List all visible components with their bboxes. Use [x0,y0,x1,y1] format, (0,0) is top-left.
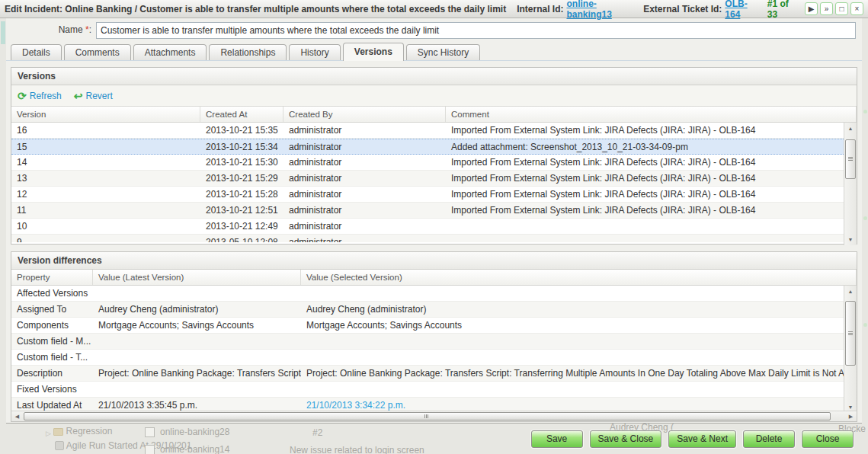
tab-bar: Details Comments Attachments Relationshi… [6,43,862,61]
folder-icon [53,428,63,436]
background-value: #2 [312,427,322,438]
checkbox-icon [145,445,155,454]
revert-button[interactable]: ↩Revert [74,91,113,101]
refresh-icon: ⟳ [18,91,27,101]
external-id-label: External Ticket Id: [643,4,722,14]
name-row: Name *: [6,18,862,43]
version-row[interactable]: 142013-10-21 15:30administratorImported … [11,155,844,171]
save-and-close-button[interactable]: Save & Close [590,430,662,448]
name-input[interactable] [96,22,856,39]
diff-row[interactable]: Assigned ToAudrey Cheng (administrator)A… [11,302,844,318]
external-id-link[interactable]: OLB-164 [725,0,757,20]
diff-row[interactable]: Fixed Versions [11,382,844,398]
close-window-button[interactable]: × [850,2,863,15]
version-row[interactable]: 102013-10-21 12:49administrator [11,219,844,235]
scroll-up-icon[interactable]: ▲ [844,123,857,134]
dialog-titlebar: Edit Incident: Online Banking / Customer… [0,0,868,18]
column-header-selected-value[interactable]: Value (Selected Version) [301,270,857,285]
differences-horizontal-scrollbar[interactable]: ◀ ▶ [11,411,857,421]
dialog-title: Edit Incident: Online Banking / Customer… [5,4,506,14]
version-row[interactable]: 132013-10-21 15:29administratorImported … [11,171,844,187]
dialog-body: Name *: Details Comments Attachments Rel… [6,18,862,424]
right-edge-strip [862,18,868,424]
version-row[interactable]: 162013-10-21 15:35administratorImported … [11,123,844,139]
version-differences-panel: Version differences Property Value (Late… [11,251,857,422]
record-position: #1 of 33 [767,0,797,20]
internal-id-label: Internal Id: [517,4,563,14]
save-and-next-button[interactable]: Save & Next [668,430,736,448]
clipped-version-row[interactable]: 92013-05-10 12:08administrator [11,235,844,242]
background-list-item: online-banking14 [160,444,229,454]
differences-table-header: Property Value (Latest Version) Value (S… [11,270,857,286]
diff-row[interactable]: Custom field - T... [11,350,844,366]
tab-sync-history[interactable]: Sync History [406,44,480,60]
column-header-version[interactable]: Version [11,107,200,122]
tab-relationships[interactable]: Relationships [209,44,287,60]
tab-comments[interactable]: Comments [64,44,131,60]
diff-row[interactable]: Affected Versions [11,286,844,302]
revert-icon: ↩ [74,91,83,101]
differences-vertical-scrollbar[interactable]: ▲ ▼ [844,286,857,413]
differences-scrollbar-thumb[interactable] [845,301,856,366]
version-row[interactable]: 122013-10-21 15:28administratorImported … [11,187,844,203]
versions-table-body: 162013-10-21 15:35administratorImported … [11,123,857,245]
last-record-button[interactable]: » [820,2,833,15]
column-header-latest-value[interactable]: Value (Latest Version) [93,270,301,285]
diff-changed-value: 21/10/2013 3:34:22 p.m. [301,400,844,411]
column-header-created-at[interactable]: Created At [200,107,283,122]
double-arrow-icon: » [825,5,829,13]
background-value: New issue related to login screen [290,445,424,454]
delete-button[interactable]: Delete [743,430,795,448]
refresh-button[interactable]: ⟳Refresh [18,91,62,101]
diff-row[interactable]: DescriptionProject: Online Banking Packa… [11,366,844,382]
maximize-icon: □ [839,5,844,13]
scroll-down-icon[interactable]: ▼ [844,234,857,245]
tree-expander-icon: ▷ [46,430,51,437]
scroll-left-icon[interactable]: ◀ [11,411,23,421]
checkbox-icon [145,427,155,437]
scroll-up-icon[interactable]: ▲ [844,286,857,297]
play-icon: ▶ [809,5,815,13]
name-label: Name *: [6,24,91,35]
versions-panel-title: Versions [11,68,857,85]
maximize-button[interactable]: □ [835,2,848,15]
next-record-button[interactable]: ▶ [805,2,818,15]
footer-button-bar: Save Save & Close Save & Next Delete Clo… [531,430,854,448]
diff-row[interactable]: ComponentsMortgage Accounts; Savings Acc… [11,318,844,334]
close-icon: × [855,5,860,13]
column-header-property[interactable]: Property [11,270,93,285]
differences-table-body: Affected Versions Assigned ToAudrey Chen… [11,286,857,413]
tab-versions[interactable]: Versions [343,43,404,61]
tab-attachments[interactable]: Attachments [133,44,207,60]
left-edge-strip [0,18,6,424]
column-header-created-by[interactable]: Created By [283,107,446,122]
edit-incident-dialog: ▷ Regression Agile Run Started At 29/10/… [0,0,868,454]
version-row[interactable]: 112013-10-21 12:51administratorImported … [11,203,844,219]
scroll-right-icon[interactable]: ▶ [845,411,857,421]
versions-table-header: Version Created At Created By Comment [11,107,857,123]
version-row-selected[interactable]: 152013-10-21 15:34administratorAdded att… [11,139,844,155]
version-differences-title: Version differences [11,252,857,270]
internal-id-link[interactable]: online-banking13 [566,0,633,20]
agile-run-icon [55,441,64,450]
diff-row[interactable]: Custom field - M... [11,334,844,350]
versions-toolbar: ⟳Refresh ↩Revert [11,85,857,107]
column-header-comment[interactable]: Comment [446,107,857,122]
background-list-item: online-banking28 [160,427,229,437]
versions-panel: Versions ⟳Refresh ↩Revert Version Create… [11,67,857,245]
tab-history[interactable]: History [289,44,340,60]
save-button[interactable]: Save [531,430,583,448]
versions-scrollbar-thumb[interactable] [845,139,856,179]
horizontal-scrollbar-thumb[interactable] [24,412,831,420]
versions-vertical-scrollbar[interactable]: ▲ ▼ [844,123,857,245]
tab-details[interactable]: Details [11,44,62,60]
close-button[interactable]: Close [802,430,854,448]
background-tree-item: Regression [66,426,113,436]
